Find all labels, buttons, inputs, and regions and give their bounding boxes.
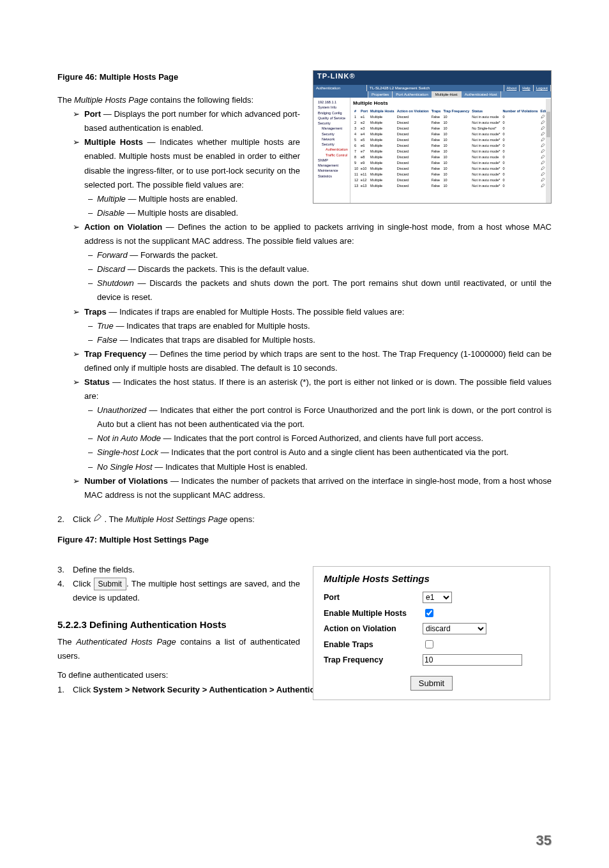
dash-icon: –	[88, 206, 97, 220]
tree-item[interactable]: Traffic Control	[315, 153, 348, 158]
cell: 10	[442, 171, 470, 177]
cell: Discard	[396, 165, 430, 171]
tree-item[interactable]: 192.168.1.1	[315, 100, 348, 105]
arrow-icon: ➢	[73, 474, 84, 502]
cell: 0	[501, 119, 539, 125]
tree-item[interactable]: Quality of Service	[315, 116, 348, 121]
cell: 10	[442, 131, 470, 137]
t: Define the fields.	[73, 563, 300, 577]
cell: 10	[442, 119, 470, 125]
table-row: 5e5MultipleDiscardFalse10Not in auto mod…	[353, 137, 548, 142]
cell: e2	[359, 119, 369, 125]
tab-multiple-host[interactable]: Multiple-Host	[432, 91, 462, 98]
cell: e3	[359, 125, 369, 131]
tree-item[interactable]: Security	[315, 121, 348, 126]
help-link[interactable]: Help	[520, 85, 533, 91]
logout-link[interactable]: Logout	[534, 85, 551, 91]
cell: Not in auto mode	[470, 154, 501, 160]
bullet-violations: ➢ Number of Violations — Indicates the n…	[73, 474, 552, 502]
dash-icon: –	[88, 319, 97, 333]
cell: 12	[353, 177, 359, 183]
column-header: Action on Violation	[396, 108, 430, 114]
tree-item[interactable]: Management Security	[315, 126, 348, 137]
tree-item[interactable]: System Info	[315, 105, 348, 110]
cell: e6	[359, 142, 369, 148]
table-row: 3e3MultipleDiscardFalse10No Single-host*…	[353, 125, 548, 131]
submegaphone-inline-button: Submit	[94, 578, 126, 590]
fig46-screenshot: TP-LINK® Authentication TL-SL2428 L2 Man…	[313, 70, 552, 204]
t: Single-host Lock	[97, 447, 158, 457]
fig47-settings-panel: Multiple Hosts Settings Port e1 Enable M…	[313, 566, 550, 700]
tab-properties[interactable]: Properties	[368, 91, 393, 98]
t: Multiple Hosts	[84, 137, 143, 147]
label-enable-multiple: Enable Multiple Hosts	[324, 609, 423, 618]
t: Action on Violation	[84, 222, 162, 232]
enable-traps-checkbox[interactable]	[425, 640, 433, 648]
cell: 0	[501, 160, 539, 165]
cell: No Single-host*	[470, 125, 501, 131]
tree-item[interactable]: Network Security	[315, 137, 348, 147]
cell: Discard	[396, 160, 430, 165]
cell: False	[430, 165, 442, 171]
cell: 10	[442, 148, 470, 154]
cell: Discard	[396, 142, 430, 148]
cell: e13	[359, 183, 369, 188]
tree-item[interactable]: Authentication	[315, 147, 348, 152]
scrollbar[interactable]	[546, 99, 551, 203]
action-violation-select[interactable]: discard	[423, 623, 486, 634]
cell: Not in auto mode	[470, 114, 501, 119]
cell: 0	[501, 177, 539, 183]
cell: Multiple	[369, 165, 396, 171]
cell: Not in auto mode*	[470, 177, 501, 183]
cell: 0	[501, 114, 539, 119]
top-bar: Authentication TL-SL2428 L2 Management S…	[313, 85, 551, 91]
t: The	[57, 637, 76, 647]
cell: 10	[442, 177, 470, 183]
t: Status	[84, 377, 110, 387]
dash-icon: –	[88, 248, 97, 262]
tab-auth-host[interactable]: Authenticated-Host	[462, 91, 501, 98]
cell: Multiple	[369, 137, 396, 142]
cell: False	[430, 183, 442, 188]
column-header: Traps	[430, 108, 442, 114]
step-2: 2. Click . The Multiple Host Settings Pa…	[57, 513, 300, 527]
arrow-icon: ➢	[73, 375, 84, 403]
left-label: Authentication	[313, 85, 367, 91]
tree-item[interactable]: Bridging Config	[315, 110, 348, 116]
tree-item[interactable]: Maintenance	[315, 168, 348, 173]
cell: e11	[359, 171, 369, 177]
tab-port-auth[interactable]: Port Authentication	[393, 91, 432, 98]
t: — Indicates if traps are enabled for Mul…	[107, 307, 405, 317]
tree-item[interactable]: Statistics	[315, 174, 348, 179]
t: contains the following fields:	[148, 95, 253, 105]
cell: 1	[353, 114, 359, 119]
table-row: 7e7MultipleDiscardFalse10Not in auto mod…	[353, 148, 548, 154]
cell: Not in auto mode*	[470, 137, 501, 142]
cell: False	[430, 125, 442, 131]
port-select[interactable]: e1	[423, 592, 452, 603]
row-port: Port e1	[324, 592, 539, 603]
cell: 10	[442, 125, 470, 131]
cell: Discard	[396, 131, 430, 137]
cell: e4	[359, 131, 369, 137]
cell: Discard	[396, 119, 430, 125]
cell: 10	[442, 137, 470, 142]
t: Click	[73, 685, 93, 694]
cell: Multiple	[369, 183, 396, 188]
dash-icon: –	[88, 262, 97, 276]
pencil-icon	[93, 513, 102, 527]
cell: 10	[442, 160, 470, 165]
trap-frequency-input[interactable]	[423, 654, 522, 666]
submit-button[interactable]: Submit	[410, 676, 453, 691]
cell: Not in auto mode*	[470, 183, 501, 188]
cell: e10	[359, 165, 369, 171]
row-trap-frequency: Trap Frequency	[324, 654, 539, 666]
t: Multiple	[97, 194, 126, 204]
row-action-violation: Action on Violation discard	[324, 623, 539, 634]
dash-icon: –	[88, 460, 97, 474]
tree-item[interactable]: SNMP Management	[315, 158, 348, 168]
enable-multiple-checkbox[interactable]	[425, 609, 433, 617]
nav-tree[interactable]: 192.168.1.1System InfoBridging ConfigQua…	[313, 98, 350, 203]
cell: False	[430, 137, 442, 142]
about-link[interactable]: About	[504, 85, 520, 91]
